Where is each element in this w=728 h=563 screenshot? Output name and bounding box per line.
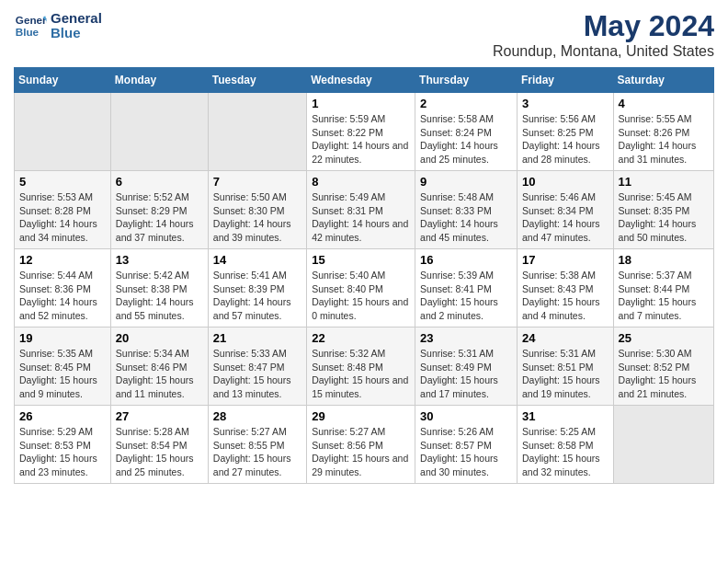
cell-sunrise: Sunrise: 5:41 AM [213, 269, 301, 282]
cell-sunrise: Sunrise: 5:45 AM [619, 190, 709, 204]
cell-sunset: Sunset: 8:35 PM [619, 204, 709, 218]
cell-sunset: Sunset: 8:58 PM [522, 439, 609, 453]
calendar-cell: 15Sunrise: 5:40 AMSunset: 8:40 PMDayligh… [307, 249, 415, 327]
cell-info: Sunrise: 5:34 AMSunset: 8:46 PMDaylight:… [116, 347, 203, 401]
cell-day-number: 19 [19, 331, 106, 345]
cell-sunrise: Sunrise: 5:26 AM [420, 425, 512, 439]
cell-sunset: Sunset: 8:41 PM [420, 282, 512, 296]
column-header-tuesday: Tuesday [208, 68, 306, 93]
cell-sunrise: Sunrise: 5:55 AM [619, 112, 709, 126]
cell-sunrise: Sunrise: 5:42 AM [116, 269, 203, 282]
cell-daylight: Daylight: 14 hours and 37 minutes. [116, 217, 203, 244]
column-header-thursday: Thursday [415, 68, 518, 93]
cell-day-number: 4 [619, 97, 709, 110]
cell-daylight: Daylight: 14 hours and 34 minutes. [19, 217, 106, 244]
cell-sunset: Sunset: 8:56 PM [312, 439, 410, 453]
cell-info: Sunrise: 5:29 AMSunset: 8:53 PMDaylight:… [19, 425, 106, 479]
cell-day-number: 23 [420, 331, 512, 345]
cell-info: Sunrise: 5:27 AMSunset: 8:56 PMDaylight:… [312, 425, 410, 479]
cell-day-number: 9 [420, 175, 512, 189]
cell-info: Sunrise: 5:45 AMSunset: 8:35 PMDaylight:… [619, 190, 709, 245]
cell-info: Sunrise: 5:28 AMSunset: 8:54 PMDaylight:… [116, 425, 203, 479]
calendar-cell: 31Sunrise: 5:25 AMSunset: 8:58 PMDayligh… [517, 406, 613, 484]
cell-sunset: Sunset: 8:39 PM [213, 282, 301, 296]
cell-sunset: Sunset: 8:47 PM [213, 361, 301, 374]
cell-day-number: 14 [213, 253, 301, 267]
cell-sunrise: Sunrise: 5:37 AM [619, 269, 709, 282]
cell-sunrise: Sunrise: 5:48 AM [420, 190, 512, 204]
cell-sunset: Sunset: 8:33 PM [420, 204, 512, 218]
cell-info: Sunrise: 5:59 AMSunset: 8:22 PMDaylight:… [312, 112, 410, 167]
cell-sunrise: Sunrise: 5:56 AM [522, 112, 609, 126]
calendar-cell: 24Sunrise: 5:31 AMSunset: 8:51 PMDayligh… [517, 327, 613, 406]
cell-sunrise: Sunrise: 5:38 AM [522, 269, 609, 282]
column-header-sunday: Sunday [15, 68, 111, 93]
calendar-cell: 2Sunrise: 5:58 AMSunset: 8:24 PMDaylight… [415, 93, 518, 171]
cell-day-number: 22 [312, 331, 410, 345]
cell-sunrise: Sunrise: 5:44 AM [19, 269, 106, 282]
cell-daylight: Daylight: 14 hours and 45 minutes. [420, 217, 512, 244]
cell-day-number: 17 [522, 253, 609, 267]
logo-blue: Blue [51, 26, 102, 41]
cell-day-number: 16 [420, 253, 512, 267]
cell-daylight: Daylight: 14 hours and 47 minutes. [522, 217, 609, 244]
column-header-wednesday: Wednesday [307, 68, 415, 93]
cell-daylight: Daylight: 14 hours and 31 minutes. [619, 139, 709, 166]
cell-info: Sunrise: 5:58 AMSunset: 8:24 PMDaylight:… [420, 112, 512, 167]
cell-sunrise: Sunrise: 5:40 AM [312, 269, 410, 282]
cell-sunrise: Sunrise: 5:59 AM [312, 112, 410, 126]
cell-day-number: 2 [420, 97, 512, 110]
cell-sunset: Sunset: 8:51 PM [522, 361, 609, 374]
calendar-cell: 21Sunrise: 5:33 AMSunset: 8:47 PMDayligh… [208, 327, 306, 406]
cell-info: Sunrise: 5:30 AMSunset: 8:52 PMDaylight:… [619, 347, 709, 401]
column-header-friday: Friday [517, 68, 613, 93]
cell-day-number: 3 [522, 97, 609, 110]
cell-day-number: 25 [619, 331, 709, 345]
cell-sunrise: Sunrise: 5:34 AM [116, 347, 203, 361]
cell-sunset: Sunset: 8:29 PM [116, 204, 203, 218]
cell-sunrise: Sunrise: 5:30 AM [619, 347, 709, 361]
cell-sunset: Sunset: 8:38 PM [116, 282, 203, 296]
cell-info: Sunrise: 5:49 AMSunset: 8:31 PMDaylight:… [312, 190, 410, 245]
cell-sunrise: Sunrise: 5:27 AM [213, 425, 301, 439]
cell-sunset: Sunset: 8:30 PM [213, 204, 301, 218]
cell-day-number: 6 [116, 175, 203, 189]
cell-daylight: Daylight: 15 hours and 30 minutes. [420, 452, 512, 478]
cell-info: Sunrise: 5:53 AMSunset: 8:28 PMDaylight:… [19, 190, 106, 245]
cell-info: Sunrise: 5:38 AMSunset: 8:43 PMDaylight:… [522, 269, 609, 323]
cell-daylight: Daylight: 15 hours and 7 minutes. [619, 295, 709, 322]
cell-day-number: 12 [19, 253, 106, 267]
cell-sunrise: Sunrise: 5:27 AM [312, 425, 410, 439]
cell-sunrise: Sunrise: 5:58 AM [420, 112, 512, 126]
cell-sunset: Sunset: 8:44 PM [619, 282, 709, 296]
calendar-cell: 28Sunrise: 5:27 AMSunset: 8:55 PMDayligh… [208, 406, 306, 484]
title-area: May 2024 Roundup, Montana, United States [493, 9, 714, 60]
cell-daylight: Daylight: 15 hours and 17 minutes. [420, 373, 512, 400]
cell-sunrise: Sunrise: 5:29 AM [19, 425, 106, 439]
calendar-subtitle: Roundup, Montana, United States [493, 43, 714, 60]
svg-text:General: General [16, 14, 47, 26]
svg-text:Blue: Blue [16, 26, 40, 38]
cell-info: Sunrise: 5:31 AMSunset: 8:49 PMDaylight:… [420, 347, 512, 401]
cell-sunrise: Sunrise: 5:35 AM [19, 347, 106, 361]
cell-day-number: 10 [522, 175, 609, 189]
cell-daylight: Daylight: 15 hours and 11 minutes. [116, 373, 203, 400]
calendar-cell [208, 93, 306, 171]
cell-daylight: Daylight: 15 hours and 19 minutes. [522, 373, 609, 400]
cell-sunset: Sunset: 8:40 PM [312, 282, 410, 296]
cell-daylight: Daylight: 14 hours and 42 minutes. [312, 217, 410, 244]
cell-info: Sunrise: 5:55 AMSunset: 8:26 PMDaylight:… [619, 112, 709, 167]
cell-daylight: Daylight: 14 hours and 25 minutes. [420, 139, 512, 166]
cell-day-number: 24 [522, 331, 609, 345]
calendar-cell: 26Sunrise: 5:29 AMSunset: 8:53 PMDayligh… [15, 406, 111, 484]
cell-day-number: 29 [312, 409, 410, 423]
calendar-cell: 19Sunrise: 5:35 AMSunset: 8:45 PMDayligh… [15, 327, 111, 406]
cell-info: Sunrise: 5:37 AMSunset: 8:44 PMDaylight:… [619, 269, 709, 323]
calendar-cell: 3Sunrise: 5:56 AMSunset: 8:25 PMDaylight… [517, 93, 613, 171]
calendar-cell: 22Sunrise: 5:32 AMSunset: 8:48 PMDayligh… [307, 327, 415, 406]
cell-daylight: Daylight: 15 hours and 9 minutes. [19, 373, 106, 400]
cell-daylight: Daylight: 15 hours and 4 minutes. [522, 295, 609, 322]
logo: General Blue General Blue [14, 9, 102, 42]
cell-daylight: Daylight: 14 hours and 52 minutes. [19, 295, 106, 322]
cell-info: Sunrise: 5:27 AMSunset: 8:55 PMDaylight:… [213, 425, 301, 479]
